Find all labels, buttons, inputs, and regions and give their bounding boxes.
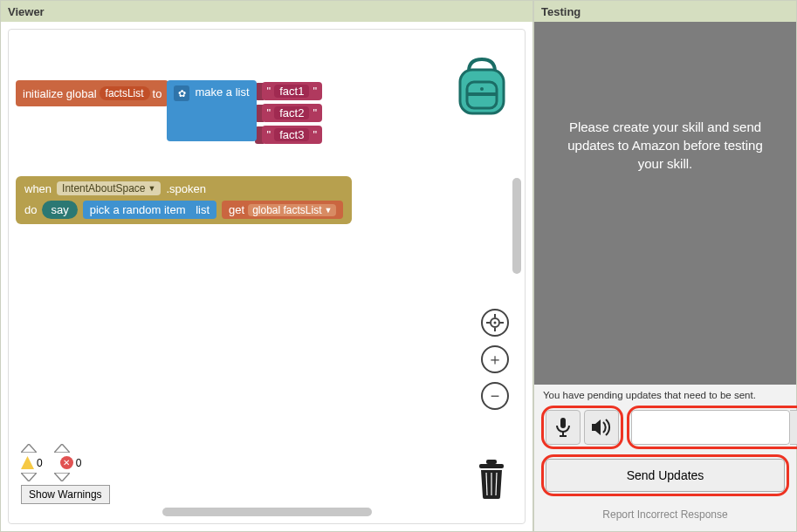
- testing-panel: Testing Please create your skill and sen…: [533, 0, 797, 532]
- viewer-title: Viewer: [8, 5, 45, 18]
- warning-up-1[interactable]: [21, 444, 37, 453]
- testing-header: Testing: [534, 1, 796, 22]
- trash-icon[interactable]: [474, 457, 509, 499]
- chevron-down-icon: ▼: [148, 184, 156, 193]
- send-updates-highlight: Send Updates: [541, 454, 789, 496]
- svg-marker-22: [592, 419, 601, 435]
- block-when-intent[interactable]: when IntentAboutSpace ▼ .spoken do say: [16, 176, 352, 224]
- warning-yellow-count: 0: [21, 456, 43, 469]
- intent-dropdown[interactable]: IntentAboutSpace ▼: [57, 181, 161, 195]
- testing-message-area: Please create your skill and send update…: [534, 22, 796, 385]
- block-get-var[interactable]: get global factsList ▼: [222, 201, 343, 219]
- warning-red-count: ✕ 0: [60, 456, 82, 469]
- svg-rect-2: [467, 92, 497, 96]
- viewer-workspace[interactable]: initialize global factsList to ✿ make a …: [8, 29, 526, 524]
- var-name-pill[interactable]: factsList: [100, 86, 150, 100]
- microphone-button[interactable]: [546, 410, 581, 445]
- workspace-tools: ＋ −: [481, 309, 509, 410]
- block-say[interactable]: say: [42, 201, 77, 219]
- send-updates-button[interactable]: Send Updates: [546, 459, 785, 492]
- pending-updates-text: You have pending updates that need to be…: [541, 390, 789, 400]
- vertical-scrollbar[interactable]: [512, 178, 521, 274]
- backpack-icon[interactable]: [455, 56, 509, 117]
- viewer-header: Viewer: [1, 1, 532, 22]
- send-button[interactable]: Send: [790, 410, 797, 445]
- block-pick-random[interactable]: pick a random item list: [83, 201, 216, 219]
- chevron-down-icon: ▼: [325, 206, 333, 215]
- text-input-highlight: Send: [627, 406, 797, 449]
- svg-point-3: [480, 87, 484, 91]
- gear-icon[interactable]: ✿: [174, 85, 189, 101]
- testing-text-input[interactable]: [631, 410, 790, 445]
- center-target-button[interactable]: [481, 309, 509, 337]
- speaker-button[interactable]: [584, 410, 619, 445]
- warning-up-2[interactable]: [54, 444, 70, 453]
- viewer-panel: Viewer initialize global factsList to ✿ …: [0, 0, 533, 532]
- zoom-out-button[interactable]: −: [481, 382, 509, 410]
- fact-item-2[interactable]: " fact2 ": [262, 104, 322, 122]
- testing-title: Testing: [541, 5, 581, 18]
- svg-marker-17: [21, 473, 37, 481]
- error-circle-icon: ✕: [60, 456, 73, 469]
- mic-speaker-highlight: [541, 406, 623, 449]
- horizontal-scrollbar[interactable]: [162, 508, 372, 516]
- svg-point-5: [494, 322, 497, 324]
- svg-rect-19: [560, 418, 566, 428]
- fact-item-3[interactable]: " fact3 ": [262, 126, 322, 144]
- block-initialize-global[interactable]: initialize global factsList to ✿ make a …: [16, 80, 322, 146]
- testing-controls: You have pending updates that need to be…: [534, 385, 796, 531]
- zoom-in-button[interactable]: ＋: [481, 345, 509, 373]
- svg-marker-15: [21, 444, 37, 453]
- warning-triangle-icon: [21, 456, 34, 469]
- warning-down-2[interactable]: [54, 473, 70, 481]
- svg-marker-18: [54, 473, 70, 481]
- svg-rect-11: [486, 460, 497, 464]
- fact-item-1[interactable]: " fact1 ": [262, 82, 322, 100]
- show-warnings-button[interactable]: Show Warnings: [21, 485, 110, 504]
- warnings-area: 0 ✕ 0 Show Warnings: [21, 444, 110, 504]
- svg-marker-16: [54, 444, 70, 453]
- svg-rect-10: [479, 464, 504, 468]
- block-init-global-var[interactable]: initialize global factsList to: [16, 80, 168, 106]
- get-var-dropdown[interactable]: global factsList ▼: [248, 204, 336, 216]
- report-incorrect-link[interactable]: Report Incorrect Response: [541, 501, 789, 522]
- warning-down-1[interactable]: [21, 473, 37, 481]
- fact-list-items: " fact1 " " fact2 " " fact3 ": [255, 80, 322, 146]
- block-make-a-list[interactable]: ✿ make a list: [167, 80, 256, 141]
- testing-message: Please create your skill and send update…: [559, 118, 772, 173]
